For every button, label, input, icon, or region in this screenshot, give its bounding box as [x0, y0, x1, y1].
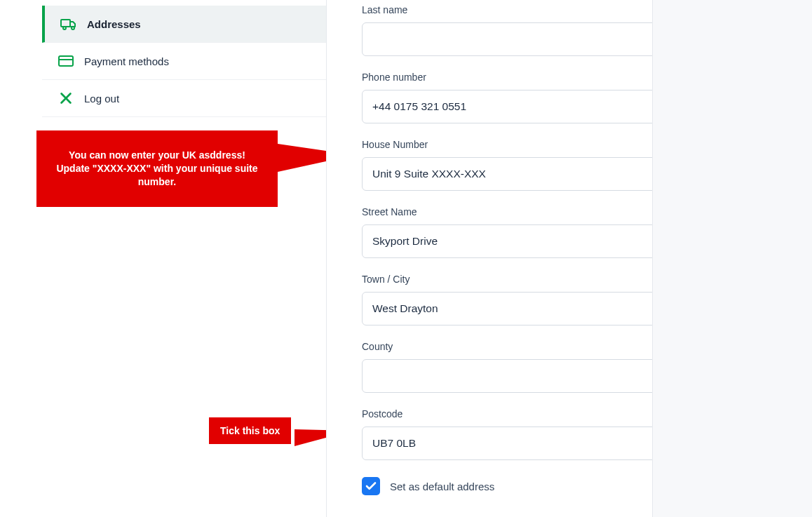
- truck-icon: [60, 15, 77, 32]
- label-default-address: Set as default address: [390, 481, 494, 492]
- svg-point-2: [72, 27, 74, 29]
- callout-text-line: Update "XXXX-XXX" with your unique suite: [46, 162, 268, 175]
- sidebar-item-addresses[interactable]: Addresses: [42, 6, 326, 43]
- card-icon: [57, 53, 74, 69]
- sidebar-item-label: Log out: [84, 93, 119, 105]
- sidebar-item-label: Addresses: [87, 18, 141, 30]
- svg-rect-0: [61, 20, 70, 27]
- svg-point-1: [63, 27, 66, 29]
- sidebar-item-label: Payment methods: [84, 55, 169, 67]
- sidebar-item-logout[interactable]: Log out: [42, 80, 326, 117]
- right-gutter: [652, 0, 812, 517]
- callout-text: Tick this box: [220, 425, 280, 436]
- sidebar: Addresses Payment methods Log out You ca…: [0, 0, 326, 517]
- checkbox-default-address[interactable]: [362, 477, 380, 495]
- callout-address-tip: You can now enter your UK asddress! Upda…: [36, 130, 278, 207]
- sidebar-item-payment[interactable]: Payment methods: [42, 43, 326, 80]
- page-root: Addresses Payment methods Log out You ca…: [0, 0, 812, 517]
- callout-text-line: You can now enter your UK asddress!: [46, 149, 268, 162]
- svg-rect-3: [59, 56, 73, 66]
- callout-tick-box: Tick this box: [209, 417, 291, 444]
- close-icon: [57, 90, 74, 107]
- callout-text-line: number.: [46, 175, 268, 189]
- check-icon: [365, 480, 377, 492]
